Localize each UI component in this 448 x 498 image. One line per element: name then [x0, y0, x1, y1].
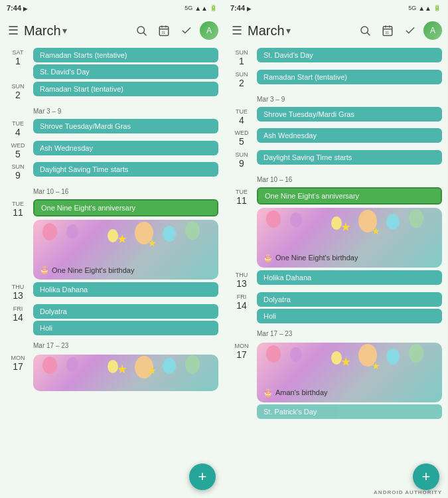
date-label: Tue 11 [5, 198, 31, 218]
date-section: Sun 9 Daylight Saving Time starts [5, 161, 218, 181]
day-name: Tue [12, 201, 24, 207]
add-event-button[interactable]: + [189, 463, 216, 490]
menu-icon[interactable]: ☰ [229, 21, 245, 41]
day-number: 5 [15, 149, 21, 160]
event-chip[interactable]: St. Patrick's Day [257, 404, 442, 419]
date-label: Tue 11 [229, 186, 254, 207]
balloon-decoration [163, 358, 176, 374]
star-decoration: ★ [340, 220, 351, 234]
date-section: Fri 14 DolyatraHoli [5, 303, 218, 335]
event-chip[interactable]: Holika Dahana [33, 282, 218, 297]
calendar-view-button[interactable]: 31 [378, 21, 397, 40]
event-chip[interactable]: Holi [33, 321, 218, 335]
star-decoration: ★ [117, 232, 127, 246]
app-header: ☰ March ▾ 31 A [0, 15, 224, 46]
event-chip[interactable]: Ramadan Start (tentative) [257, 70, 442, 84]
event-chip[interactable]: Daylight Saving Time starts [33, 162, 218, 177]
event-chip[interactable]: Holika Dahana [257, 270, 442, 285]
event-chip[interactable]: Shrove Tuesday/Mardi Gras [257, 107, 442, 122]
menu-icon[interactable]: ☰ [5, 21, 21, 41]
events-column: Holika Dahana [33, 281, 218, 297]
date-section: Wed 5 Ash Wednesday [229, 127, 442, 147]
events-column: Daylight Saving Time starts [33, 161, 218, 177]
event-chip[interactable]: One Nine Eight's anniversary [33, 199, 218, 216]
date-label: Sun 9 [229, 149, 254, 169]
date-label: Mon 17 [5, 352, 31, 373]
events-column: Ramadan Start (tentative) [33, 80, 218, 96]
event-chip[interactable]: St. David's Day [33, 64, 218, 79]
event-chip[interactable]: Ramadan Starts (tentative) [33, 48, 218, 62]
day-number: 4 [15, 127, 21, 138]
status-icons: 5G ▲▲ 🔋 [408, 5, 441, 12]
event-chip[interactable]: One Nine Eight's anniversary [257, 187, 442, 205]
date-section: Sun 2 Ramadan Start (tentative) [5, 80, 218, 101]
event-chip[interactable]: Shrove Tuesday/Mardi Gras [33, 119, 218, 133]
network-icon: 5G [185, 5, 192, 11]
event-chip[interactable]: Dolyatra [257, 292, 442, 307]
date-section: Sat 1 Ramadan Starts (tentative)St. Davi… [5, 46, 218, 79]
week-range-label: Mar 17 – 23 [5, 337, 218, 352]
calendar-scroll: Sun 1 St. David's Day Sun 2 Ramadan Star… [224, 46, 447, 498]
date-section: Fri 14 DolyatraHoli [229, 291, 442, 323]
day-number: 2 [239, 78, 244, 89]
day-number: 9 [239, 158, 244, 169]
avatar[interactable]: A [200, 21, 218, 40]
balloon-decoration [409, 209, 423, 228]
balloon-decoration [42, 357, 57, 374]
day-name: Sat [13, 49, 24, 56]
date-label: Mon 17 [229, 340, 254, 361]
event-chip[interactable]: Ash Wednesday [33, 141, 218, 155]
events-column: Shrove Tuesday/Mardi Gras [33, 118, 218, 133]
svg-text:31: 31 [161, 31, 165, 35]
calendar-view-button[interactable]: 31 [155, 21, 173, 40]
day-name: Mon [11, 355, 25, 361]
month-title[interactable]: March ▾ [248, 23, 353, 39]
week-range-label: Mar 3 – 9 [5, 102, 218, 118]
event-chip[interactable]: Daylight Saving Time starts [257, 150, 442, 165]
birthday-card[interactable]: ★★🎂One Nine Eight's birthday [257, 208, 442, 268]
network-icon: 5G [408, 5, 416, 11]
date-section: Tue 11 One Nine Eight's anniversary★★🎂On… [229, 186, 442, 268]
event-chip[interactable]: Holi [257, 309, 442, 323]
day-name: Sun [235, 49, 248, 56]
day-name: Wed [11, 142, 25, 149]
event-chip[interactable]: Ramadan Start (tentative) [33, 82, 218, 96]
star-decoration: ★ [372, 361, 380, 371]
date-section: Tue 4 Shrove Tuesday/Mardi Gras [229, 106, 442, 126]
birthday-card[interactable]: ★★🎂One Nine Eight's birthday [33, 220, 218, 280]
event-chip[interactable]: St. David's Day [257, 48, 442, 62]
search-button[interactable] [356, 21, 374, 40]
day-name: Sun [11, 163, 24, 170]
day-name: Mon [235, 343, 249, 349]
right-panel: 7:44 ▶ 5G ▲▲ 🔋 ☰ March ▾ 31 [224, 0, 447, 498]
balloon-decoration [386, 214, 400, 230]
day-name: Fri [13, 305, 23, 312]
week-range-label: Mar 17 – 23 [229, 325, 442, 340]
balloon-decoration [266, 345, 281, 363]
date-section: Sun 1 St. David's Day [229, 46, 442, 67]
date-label: Tue 4 [229, 106, 254, 126]
left-panel: 7:44 ▶ 5G ▲▲ 🔋 ☰ March ▾ 31 [0, 0, 224, 498]
day-name: Tue [12, 120, 24, 127]
events-column: One Nine Eight's anniversary★★🎂One Nine … [33, 198, 218, 280]
avatar[interactable]: A [423, 21, 442, 40]
events-column: DolyatraHoli [257, 291, 442, 323]
star-decoration: ★ [117, 362, 127, 376]
date-label: Sun 1 [229, 46, 254, 67]
events-column: Holika Dahana [257, 269, 442, 285]
tasks-button[interactable] [177, 21, 196, 40]
day-number: 4 [239, 115, 244, 126]
birthday-card[interactable]: ★★ [33, 355, 218, 391]
date-label: Fri 14 [229, 291, 254, 311]
tasks-button[interactable] [401, 21, 419, 40]
add-event-button[interactable]: + [413, 463, 439, 490]
balloon-decoration [185, 221, 200, 240]
date-section: Tue 4 Shrove Tuesday/Mardi Gras [5, 118, 218, 138]
event-chip[interactable]: Ash Wednesday [257, 128, 442, 143]
search-button[interactable] [132, 21, 151, 40]
month-title[interactable]: March ▾ [24, 23, 129, 39]
event-chip[interactable]: Dolyatra [33, 304, 218, 319]
status-icons: 5G ▲▲ 🔋 [185, 5, 217, 12]
day-name: Sun [11, 83, 24, 90]
birthday-card[interactable]: ★★🎂Aman's birthday [257, 343, 442, 402]
